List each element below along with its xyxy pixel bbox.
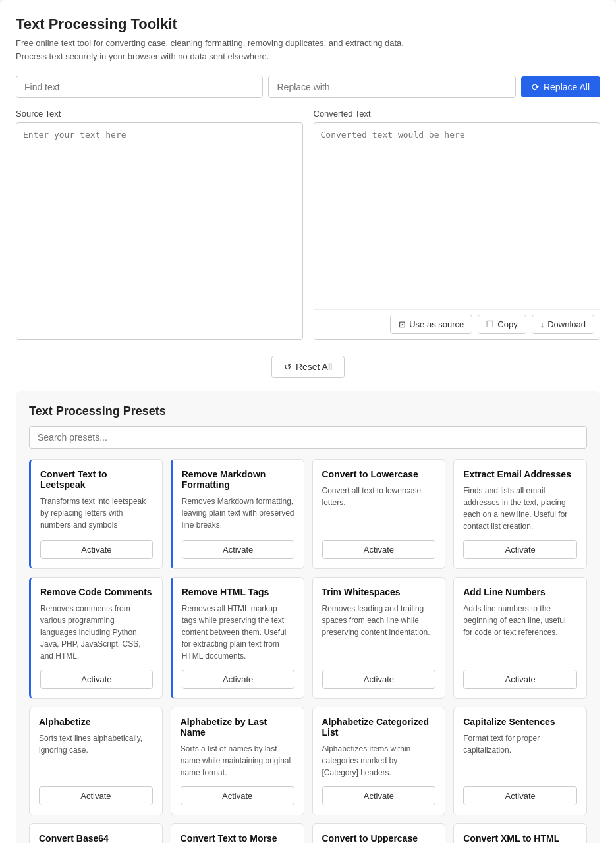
text-areas-row: Source Text Converted Text ⊡ Use as sour…	[16, 109, 600, 340]
preset-card-title: Extract Email Addresses	[463, 469, 577, 479]
source-text-label: Source Text	[16, 109, 303, 119]
preset-card-description: Format text for proper capitalization.	[463, 732, 577, 778]
presets-title: Text Processing Presets	[29, 404, 587, 418]
preset-card: Remove Markdown FormattingRemoves Markdo…	[171, 459, 304, 569]
activate-button[interactable]: Activate	[40, 670, 153, 689]
converted-textarea[interactable]	[314, 123, 600, 309]
activate-button[interactable]: Activate	[182, 540, 294, 559]
find-replace-row: ⟳ Replace All	[16, 76, 600, 98]
copy-button[interactable]: ❐ Copy	[478, 315, 526, 334]
presets-section: Text Processing Presets Convert Text to …	[16, 391, 600, 843]
preset-card-title: Alphabetize	[39, 717, 153, 727]
reset-row: ↺ Reset All	[16, 348, 600, 381]
preset-card: Alphabetize Categorized ListAlphabetizes…	[312, 707, 446, 815]
page-title: Text Processing Toolkit	[16, 16, 600, 33]
preset-card: Remove Code CommentsRemoves comments fro…	[29, 577, 163, 699]
preset-card: Add Line NumbersAdds line numbers to the…	[453, 577, 587, 699]
use-as-source-button[interactable]: ⊡ Use as source	[390, 315, 472, 334]
preset-card-title: Alphabetize by Last Name	[181, 717, 294, 738]
preset-card: Convert Text to LeetspeakTransforms text…	[29, 459, 163, 569]
preset-card-title: Convert to Lowercase	[322, 469, 436, 479]
activate-button[interactable]: Activate	[181, 786, 294, 805]
activate-button[interactable]: Activate	[322, 670, 436, 689]
preset-card-description: Sorts text lines alphabetically, ignorin…	[39, 732, 153, 778]
replace-input[interactable]	[268, 76, 515, 98]
preset-card: Extract Email AddressesFinds and lists a…	[453, 459, 587, 569]
preset-card-title: Alphabetize Categorized List	[322, 717, 436, 738]
source-textarea[interactable]	[16, 122, 303, 340]
preset-card-title: Capitalize Sentences	[463, 717, 577, 727]
activate-button[interactable]: Activate	[463, 786, 577, 805]
preset-card-description: Removes comments from various programmin…	[40, 603, 153, 662]
preset-card-description: Alphabetizes items within categories mar…	[322, 743, 436, 778]
preset-card-description: Adds line numbers to the beginning of ea…	[463, 603, 577, 662]
preset-card-title: Convert Text to Leetspeak	[40, 469, 153, 490]
preset-card: Alphabetize by Last NameSorts a list of …	[171, 707, 304, 815]
preset-card-description: Sorts a list of names by last name while…	[181, 743, 294, 778]
preset-card: Convert Base64Converts text to base64 or…	[29, 823, 163, 843]
preset-card-title: Convert to Uppercase	[322, 833, 436, 843]
activate-button[interactable]: Activate	[463, 670, 577, 689]
copy-icon: ❐	[486, 319, 494, 329]
preset-card: Convert XML to HTMLConverts XML format t…	[453, 823, 587, 843]
converted-text-col: Converted Text ⊡ Use as source ❐ Copy ↓ …	[314, 109, 601, 340]
converted-box: ⊡ Use as source ❐ Copy ↓ Download	[314, 122, 601, 340]
preset-card-title: Remove Code Comments	[40, 587, 153, 597]
find-input[interactable]	[16, 76, 263, 98]
preset-card-description: Finds and lists all email addresses in t…	[463, 485, 577, 532]
preset-card-title: Convert Text to Morse Code	[181, 833, 294, 843]
activate-button[interactable]: Activate	[322, 786, 436, 805]
preset-card-title: Add Line Numbers	[463, 587, 577, 597]
page-description: Free online text tool for converting cas…	[16, 37, 600, 63]
preset-card-title: Remove Markdown Formatting	[182, 469, 294, 490]
preset-card: Convert to UppercaseConvert all text to …	[312, 823, 446, 843]
activate-button[interactable]: Activate	[182, 670, 294, 689]
presets-grid: Convert Text to LeetspeakTransforms text…	[29, 459, 587, 843]
replace-icon: ⟳	[532, 82, 540, 92]
preset-card: Capitalize SentencesFormat text for prop…	[453, 707, 587, 815]
activate-button[interactable]: Activate	[322, 540, 436, 559]
replace-all-button[interactable]: ⟳ Replace All	[521, 76, 600, 97]
download-button[interactable]: ↓ Download	[532, 315, 594, 334]
reset-all-button[interactable]: ↺ Reset All	[271, 356, 345, 378]
preset-card: Convert Text to Morse CodeTranslates tex…	[171, 823, 304, 843]
converted-actions: ⊡ Use as source ❐ Copy ↓ Download	[314, 309, 600, 339]
activate-button[interactable]: Activate	[39, 786, 153, 805]
preset-card-description: Removes leading and trailing spaces from…	[322, 603, 436, 662]
preset-card-description: Convert all text to lowercase letters.	[322, 485, 436, 532]
preset-card-title: Remove HTML Tags	[182, 587, 294, 597]
preset-card-title: Convert XML to HTML	[463, 833, 577, 843]
download-icon: ↓	[540, 319, 545, 329]
preset-card-description: Removes Markdown formatting, leaving pla…	[182, 495, 294, 532]
source-text-col: Source Text	[16, 109, 303, 340]
use-as-source-icon: ⊡	[399, 319, 406, 329]
preset-card: Convert to LowercaseConvert all text to …	[312, 459, 446, 569]
presets-search-input[interactable]	[29, 426, 587, 449]
activate-button[interactable]: Activate	[40, 540, 153, 559]
activate-button[interactable]: Activate	[463, 540, 577, 559]
reset-icon: ↺	[284, 362, 292, 372]
converted-text-label: Converted Text	[314, 109, 601, 119]
preset-card-description: Transforms text into leetspeak by replac…	[40, 495, 153, 532]
preset-card: Remove HTML TagsRemoves all HTML markup …	[171, 577, 304, 699]
preset-card: Trim WhitespacesRemoves leading and trai…	[312, 577, 446, 699]
preset-card-title: Trim Whitespaces	[322, 587, 436, 597]
main-container: Text Processing Toolkit Free online text…	[0, 0, 616, 843]
preset-card-description: Removes all HTML markup tags while prese…	[182, 603, 294, 662]
preset-card-title: Convert Base64	[39, 833, 153, 843]
preset-card: AlphabetizeSorts text lines alphabetical…	[29, 707, 163, 815]
